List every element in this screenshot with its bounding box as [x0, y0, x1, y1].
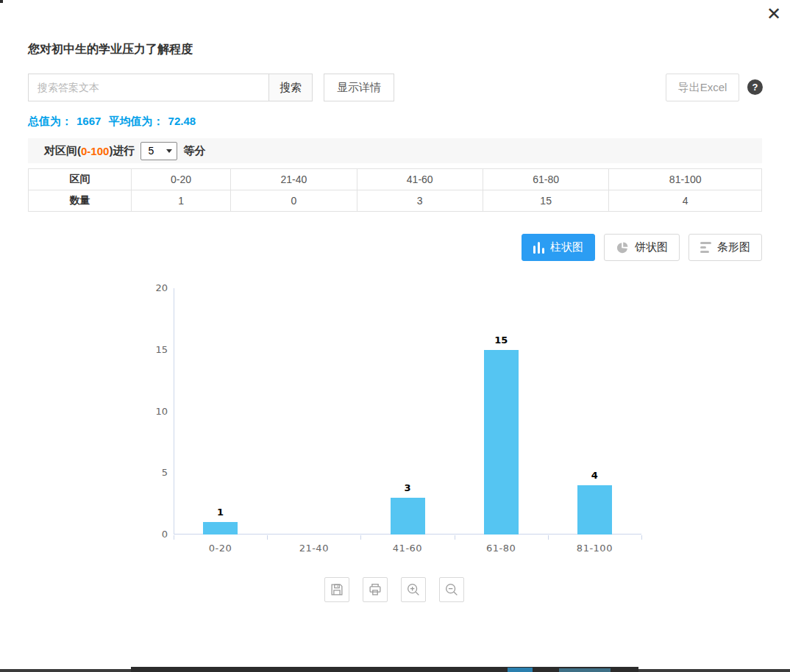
count-cell: 0 [231, 190, 357, 212]
table-row-intervals: 区间 0-2021-4041-6061-8081-100 [29, 169, 762, 190]
x-axis-category-label: 21-40 [267, 543, 360, 554]
close-icon[interactable]: ✕ [766, 4, 781, 24]
x-axis-category-label: 81-100 [548, 543, 641, 554]
search-bar: 搜索 [28, 74, 313, 101]
horizontal-bar-chart-icon [700, 242, 711, 253]
tab-pie-chart[interactable]: 饼状图 [604, 234, 680, 261]
total-value: 1667 [76, 115, 101, 127]
stats-line: 总值为：1667 平均值为：72.48 [28, 115, 200, 129]
total-label: 总值为： [28, 115, 72, 127]
bar [484, 350, 519, 535]
background-page-link-sliver [508, 668, 533, 672]
interval-cell: 41-60 [357, 169, 483, 190]
interval-cell: 0-20 [132, 169, 231, 190]
pie-chart-icon [616, 241, 629, 254]
show-details-button[interactable]: 显示详情 [324, 74, 394, 101]
tab-horizontal-bar-chart[interactable]: 条形图 [688, 234, 762, 261]
count-cell: 1 [132, 190, 231, 212]
zoom-in-icon [405, 582, 421, 598]
x-axis-tick-mark [267, 535, 268, 540]
x-axis-tick-mark [641, 535, 642, 540]
x-axis-tick-mark [548, 535, 549, 540]
table-row-counts: 数量 103154 [29, 190, 762, 212]
y-axis-tick-label: 10 [140, 406, 168, 417]
interval-cell: 81-100 [609, 169, 762, 190]
interval-settings-row: 对区间(0-100)进行 5 等分 [28, 138, 762, 163]
bar-value-label: 1 [204, 507, 237, 518]
bar [391, 498, 425, 535]
y-axis-tick-label: 15 [140, 344, 168, 355]
count-cell: 3 [357, 190, 483, 212]
print-button[interactable] [363, 577, 388, 602]
tab-pie-chart-label: 饼状图 [635, 240, 668, 254]
save-icon [329, 582, 345, 598]
chart-type-switcher: 柱状图 饼状图 条形图 [522, 234, 762, 261]
bar [203, 522, 238, 535]
export-excel-button[interactable]: 导出Excel [666, 74, 739, 101]
average-label: 平均值为： [109, 115, 164, 127]
x-axis-category-label: 0-20 [174, 543, 267, 554]
bar-value-label: 3 [391, 482, 424, 493]
tab-bar-chart[interactable]: 柱状图 [522, 234, 595, 261]
bar [577, 485, 612, 535]
search-input[interactable] [28, 74, 269, 101]
frequency-table: 区间 0-2021-4041-6061-8081-100 数量 103154 [28, 168, 762, 212]
bar-chart-icon [533, 241, 544, 254]
print-icon [367, 582, 383, 598]
interval-cell: 21-40 [231, 169, 357, 190]
zoom-out-icon [444, 582, 460, 598]
x-axis-category-label: 41-60 [360, 543, 454, 554]
chart-toolbar [324, 577, 464, 602]
x-axis-category-label: 61-80 [455, 543, 548, 554]
interval-range: 0-100 [81, 145, 109, 157]
count-cell: 4 [609, 190, 762, 212]
y-axis-tick-label: 20 [140, 282, 168, 293]
interval-text-middle: )进行 [109, 144, 135, 158]
bar-value-label: 4 [578, 470, 611, 481]
average-value: 72.48 [168, 115, 196, 127]
corner-artifact [0, 0, 3, 3]
search-button[interactable]: 搜索 [269, 74, 313, 101]
interval-text-suffix: 等分 [183, 144, 205, 158]
row-header-count: 数量 [29, 190, 132, 212]
chevron-down-icon [166, 149, 172, 153]
x-axis-tick-mark [455, 535, 455, 540]
save-button[interactable] [324, 577, 349, 602]
x-axis-tick-mark [174, 535, 174, 540]
interval-count-select[interactable]: 5 [140, 142, 177, 160]
zoom-in-button[interactable] [401, 577, 426, 602]
y-axis-tick-label: 0 [140, 529, 168, 540]
bar-chart: 0510152010-2021-40341-601561-80481-100 [140, 279, 655, 568]
interval-count-value: 5 [148, 145, 154, 157]
bar-value-label: 15 [485, 335, 517, 346]
interval-text-prefix: 对区间( [44, 144, 81, 158]
tab-horizontal-bar-chart-label: 条形图 [717, 240, 750, 254]
count-cell: 15 [483, 190, 608, 212]
interval-cell: 61-80 [483, 169, 608, 190]
x-axis-tick-mark [360, 535, 361, 540]
tab-bar-chart-label: 柱状图 [550, 240, 583, 254]
question-title: 您对初中生的学业压力了解程度 [28, 42, 193, 57]
help-icon[interactable]: ? [747, 79, 763, 95]
y-axis-tick-label: 5 [140, 467, 168, 478]
row-header-interval: 区间 [29, 169, 132, 190]
background-page-link-sliver [559, 668, 611, 672]
zoom-out-button[interactable] [439, 577, 464, 602]
